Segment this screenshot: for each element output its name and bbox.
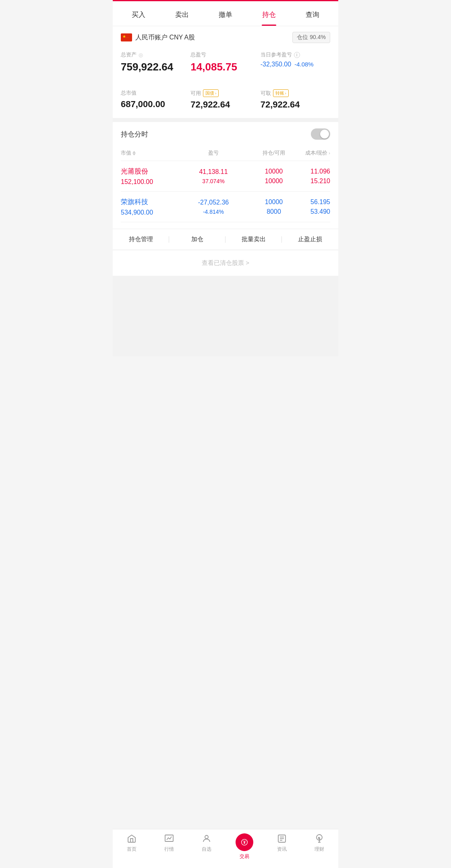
withdrawable-item: 可取 转账 › 72,922.64: [261, 89, 330, 110]
daily-pnl-value-row: -32,350.00 -4.08%: [261, 61, 330, 68]
position-timeshare-toggle[interactable]: [311, 128, 330, 140]
stock-row-rongqi[interactable]: 荣旗科技 534,900.00 -27,052.36 -4.814% 10000…: [121, 192, 330, 222]
stats-grid-2: 总市值 687,000.00 可用 国债 › 72,922.64 可取 转账: [121, 89, 330, 110]
action-batch-sell[interactable]: 批量卖出: [226, 236, 282, 243]
stock-pos-avail-guangpu: 10000: [254, 178, 294, 185]
stock-pos-avail-rongqi: 8000: [254, 208, 294, 215]
position-section: 持仓分时 市值 盈亏 持仓/可用 成本/现价 › 光莆股份: [113, 122, 338, 229]
daily-pnl-label: 当日参考盈亏 i: [261, 51, 330, 58]
stock-cost-price-rongqi: 56.195: [294, 198, 330, 206]
total-assets-label: 总资产 ◎: [121, 51, 190, 58]
action-bar: 持仓管理 加仓 批量卖出 止盈止损: [113, 229, 338, 250]
stock-current-price-rongqi: 53.490: [294, 208, 330, 215]
total-market-item: 总市值 687,000.00: [121, 89, 190, 110]
action-add-position[interactable]: 加仓: [169, 236, 226, 243]
transfer-tag[interactable]: 转账 ›: [273, 89, 289, 97]
section-divider: [113, 118, 338, 122]
withdrawable-label: 可取 转账 ›: [261, 89, 330, 97]
available-label: 可用 国债 ›: [190, 89, 260, 97]
stock-pnl-pct-guangpu: 37.074%: [173, 178, 254, 184]
total-pnl-value: 14,085.75: [190, 61, 260, 73]
stock-position-guangpu: 10000 10000: [254, 167, 294, 186]
stock-row-guangpu[interactable]: 光莆股份 152,100.00 41,138.11 37.074% 10000 …: [121, 161, 330, 192]
eye-icon[interactable]: ◎: [139, 52, 143, 58]
view-cleared-button[interactable]: 查看已清仓股票 >: [202, 259, 249, 266]
position-ratio-badge: 仓位 90.4%: [292, 32, 330, 43]
tab-bar: 买入 卖出 撤单 持仓 查询: [113, 1, 338, 26]
daily-pnl-value: -32,350.00: [261, 61, 292, 68]
stock-pnl-pct-rongqi: -4.814%: [173, 209, 254, 215]
stock-cost-guangpu: 11.096 15.210: [294, 167, 330, 186]
guozhai-tag[interactable]: 国债 ›: [203, 89, 219, 97]
stock-left-guangpu: 光莆股份 152,100.00: [121, 167, 173, 186]
empty-gray-area: [113, 276, 338, 356]
th-position-available: 持仓/可用: [254, 149, 294, 157]
daily-pnl-item: 当日参考盈亏 i -32,350.00 -4.08%: [261, 51, 330, 73]
stock-left-rongqi: 荣旗科技 534,900.00: [121, 197, 173, 216]
tab-cancel[interactable]: 撤单: [204, 1, 247, 26]
info-icon[interactable]: i: [294, 52, 300, 58]
total-assets-value: 759,922.64: [121, 61, 190, 73]
available-value: 72,922.64: [190, 99, 260, 110]
tab-sell[interactable]: 卖出: [160, 1, 204, 26]
stock-pnl-val-guangpu: 41,138.11: [173, 168, 254, 176]
account-info: 人民币账户 CNY A股: [121, 33, 195, 42]
stock-pos-total-rongqi: 10000: [254, 198, 294, 206]
account-header: 人民币账户 CNY A股 仓位 90.4%: [121, 32, 330, 43]
stock-current-price-guangpu: 15.210: [294, 178, 330, 185]
china-flag-icon: [121, 33, 132, 41]
total-pnl-item: 总盈亏 14,085.75: [190, 51, 260, 73]
sort-icon: [132, 151, 136, 155]
total-pnl-label: 总盈亏: [190, 51, 260, 58]
stats-grid-1: 总资产 ◎ 759,922.64 总盈亏 14,085.75 当日参考盈亏 i …: [121, 51, 330, 73]
stock-cost-rongqi: 56.195 53.490: [294, 197, 330, 216]
th-market-val[interactable]: 市值: [121, 149, 173, 157]
stock-name-rongqi: 荣旗科技: [121, 197, 173, 207]
stock-market-val-guangpu: 152,100.00: [121, 178, 173, 186]
daily-pnl-pct: -4.08%: [294, 61, 314, 68]
th-cost-price[interactable]: 成本/现价 ›: [294, 149, 330, 157]
action-stop-loss[interactable]: 止盈止损: [282, 236, 338, 243]
table-header: 市值 盈亏 持仓/可用 成本/现价 ›: [121, 146, 330, 161]
total-market-value: 687,000.00: [121, 99, 190, 110]
stock-name-guangpu: 光莆股份: [121, 167, 173, 176]
action-position-manage[interactable]: 持仓管理: [113, 236, 169, 243]
stock-pos-total-guangpu: 10000: [254, 168, 294, 175]
th-pnl: 盈亏: [173, 149, 254, 157]
stock-market-val-rongqi: 534,900.00: [121, 209, 173, 216]
chevron-right-icon: ›: [215, 91, 216, 95]
account-section: 人民币账户 CNY A股 仓位 90.4% 总资产 ◎ 759,922.64 总…: [113, 26, 338, 118]
stock-cost-price-guangpu: 11.096: [294, 168, 330, 175]
th-chevron-icon: ›: [329, 151, 330, 155]
available-item: 可用 国债 › 72,922.64: [190, 89, 260, 110]
stock-pnl-guangpu: 41,138.11 37.074%: [173, 167, 254, 186]
stock-position-rongqi: 10000 8000: [254, 197, 294, 216]
position-header: 持仓分时: [121, 128, 330, 140]
total-assets-item: 总资产 ◎ 759,922.64: [121, 51, 190, 73]
tab-position[interactable]: 持仓: [247, 1, 291, 26]
stock-pnl-val-rongqi: -27,052.36: [173, 199, 254, 206]
account-name: 人民币账户 CNY A股: [135, 33, 195, 42]
chevron-right-icon-2: ›: [285, 91, 286, 95]
tab-query[interactable]: 查询: [291, 1, 334, 26]
view-cleared-section: 查看已清仓股票 >: [113, 250, 338, 276]
total-market-label: 总市值: [121, 89, 190, 97]
position-title: 持仓分时: [121, 130, 148, 139]
stock-pnl-rongqi: -27,052.36 -4.814%: [173, 197, 254, 216]
withdrawable-value: 72,922.64: [261, 99, 330, 110]
tab-buy[interactable]: 买入: [117, 1, 160, 26]
